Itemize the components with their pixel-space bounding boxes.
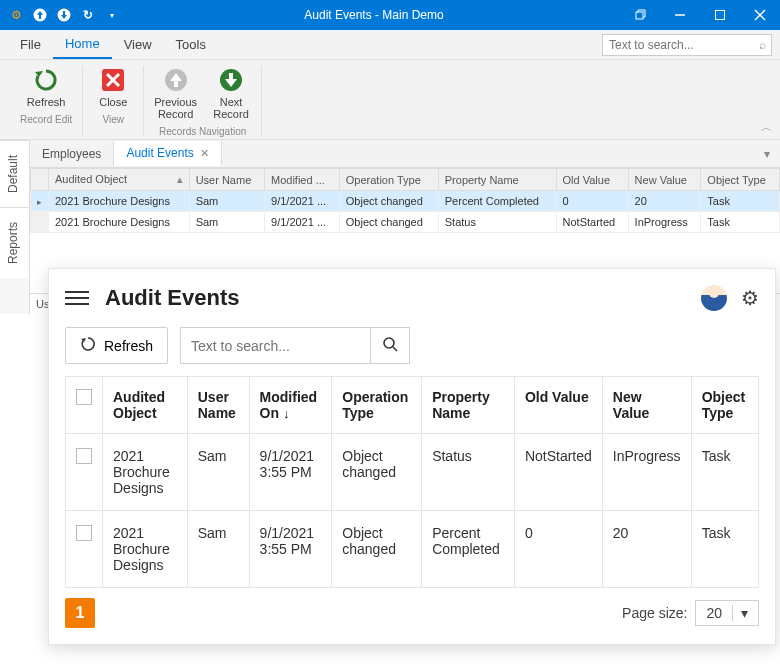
ribbon-collapse-icon[interactable]: ︿	[761, 120, 772, 135]
menu-bar: File Home View Tools ⌕	[0, 30, 780, 60]
search-icon: ⌕	[759, 38, 766, 52]
side-tabs: Default Reports	[0, 140, 30, 314]
col-object-type[interactable]: Object Type	[701, 169, 780, 191]
svg-rect-2	[636, 12, 643, 19]
ribbon-group-record-edit: Record Edit	[20, 114, 72, 125]
minimize-button[interactable]	[660, 0, 700, 30]
page-title: Audit Events	[105, 285, 239, 311]
col-audited-object[interactable]: Audited Object▴	[49, 169, 190, 191]
svg-rect-4	[716, 11, 725, 20]
window-title: Audit Events - Main Demo	[128, 8, 620, 22]
avatar[interactable]	[701, 285, 727, 311]
col-user-name[interactable]: User Name	[189, 169, 264, 191]
refresh-button[interactable]: Refresh	[26, 66, 66, 108]
grid-row[interactable]: 2021 Brochure Designs Sam 9/1/2021 ... O…	[31, 191, 780, 212]
dropdown-icon[interactable]: ▾	[104, 7, 120, 23]
sidetab-reports[interactable]: Reports	[0, 207, 29, 278]
menu-file[interactable]: File	[8, 31, 53, 58]
web-audit-panel: Audit Events ⚙ Refresh Audited Object	[48, 268, 776, 314]
gear-icon[interactable]: ⚙	[8, 7, 24, 23]
document-tabs: Employees Audit Events ✕ ▾	[30, 140, 780, 168]
menu-view[interactable]: View	[112, 31, 164, 58]
menu-search[interactable]: ⌕	[602, 34, 772, 56]
menu-search-input[interactable]	[609, 38, 759, 52]
refresh-icon	[32, 66, 60, 94]
arrow-up-circle-icon[interactable]	[32, 7, 48, 23]
sidetab-default[interactable]: Default	[0, 140, 29, 207]
close-button[interactable]	[740, 0, 780, 30]
sort-asc-icon: ▴	[177, 173, 183, 186]
grid-row[interactable]: 2021 Brochure Designs Sam 9/1/2021 ... O…	[31, 212, 780, 233]
menu-tools[interactable]: Tools	[164, 31, 218, 58]
restore-down-icon[interactable]	[620, 0, 660, 30]
tab-audit-events[interactable]: Audit Events ✕	[114, 141, 221, 166]
hamburger-icon[interactable]	[65, 291, 89, 305]
title-bar: ⚙ ↻ ▾ Audit Events - Main Demo	[0, 0, 780, 30]
arrow-up-icon	[162, 66, 190, 94]
previous-record-button[interactable]: Previous Record	[154, 66, 197, 120]
tab-overflow-icon[interactable]: ▾	[754, 147, 780, 161]
col-modified-on[interactable]: Modified ...	[265, 169, 340, 191]
arrow-down-circle-icon[interactable]	[56, 7, 72, 23]
refresh-icon[interactable]: ↻	[80, 7, 96, 23]
close-view-button[interactable]: Close	[93, 66, 133, 108]
close-icon	[99, 66, 127, 94]
col-old-value[interactable]: Old Value	[556, 169, 628, 191]
col-property-name[interactable]: Property Name	[438, 169, 556, 191]
ribbon-group-records-navigation: Records Navigation	[159, 126, 246, 137]
next-record-button[interactable]: Next Record	[211, 66, 251, 120]
gear-icon[interactable]: ⚙	[741, 286, 759, 310]
audit-grid: Audited Object▴ User Name Modified ... O…	[30, 168, 780, 233]
row-indicator-icon	[31, 191, 49, 212]
col-new-value[interactable]: New Value	[628, 169, 701, 191]
maximize-button[interactable]	[700, 0, 740, 30]
tab-employees[interactable]: Employees	[30, 142, 114, 166]
row-indicator-icon	[31, 212, 49, 233]
ribbon: Refresh Record Edit Close View Previous …	[0, 60, 780, 140]
arrow-down-icon	[217, 66, 245, 94]
row-selector-header[interactable]	[31, 169, 49, 191]
menu-home[interactable]: Home	[53, 30, 112, 59]
tab-close-icon[interactable]: ✕	[200, 147, 209, 160]
ribbon-group-view: View	[103, 114, 125, 125]
col-operation-type[interactable]: Operation Type	[339, 169, 438, 191]
